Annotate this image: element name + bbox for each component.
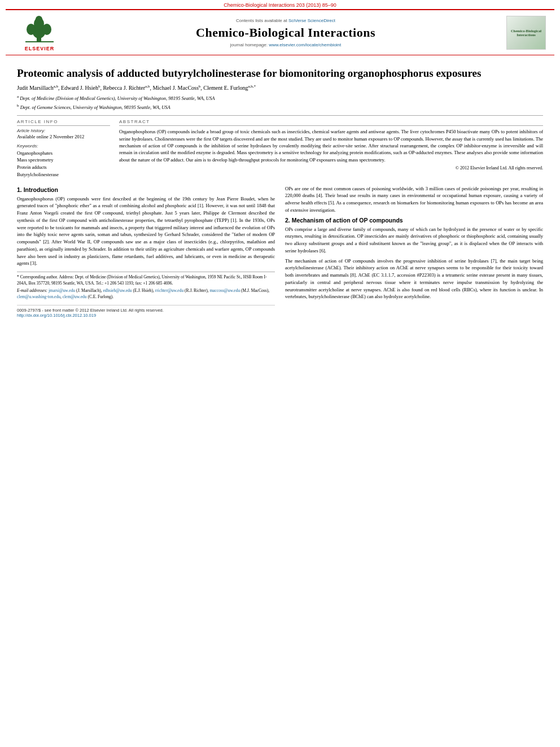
section2-label: Mechanism of action of OP compounds [292, 217, 403, 224]
elsevier-label-text: ELSEVIER [25, 46, 55, 51]
section2-number: 2. [285, 217, 290, 224]
bottom-footer: 0009-2797/$ - see front matter © 2012 El… [17, 305, 275, 318]
article-info-abstract: ARTICLE INFO Article history: Available … [17, 119, 543, 178]
keyword-4: Butyrylcholinesterase [17, 171, 110, 178]
journal-cover-thumbnail: Chemico-Biological Interactions [506, 16, 546, 50]
journal-title: Chemico-Biological Interactions [73, 25, 498, 40]
affiliation-a: a Dept. of Medicine (Division of Medical… [17, 94, 543, 102]
abstract-header: ABSTRACT [119, 119, 543, 126]
body-left-column: 1. Introduction Organophosphorus (OP) co… [17, 185, 275, 318]
section1-title: 1. Introduction [17, 186, 275, 193]
elsevier-tree-icon [20, 14, 59, 45]
journal-center-header: Contents lists available at SciVerse Sci… [68, 18, 504, 47]
abstract-text: Organophosphorus (OP) compounds include … [119, 128, 543, 163]
authors-line: Judit Marsillacha,b, Edward J. Hsiehb, R… [17, 84, 543, 92]
history-label: Article history: [17, 128, 110, 133]
keyword-1: Organophosphates [17, 150, 110, 157]
author-judit: Judit Marsillach [17, 85, 54, 91]
elsevier-logo-area: ELSEVIER [11, 14, 68, 51]
footnotes-section: * Corresponding author. Address: Dept. o… [17, 272, 275, 300]
journal-banner: Chemico-Biological Interactions 203 (201… [0, 0, 560, 9]
section2-paragraph2: The mechanism of action of OP compounds … [285, 257, 543, 301]
sciverse-line: Contents lists available at SciVerse Sci… [73, 18, 498, 23]
affiliation-b: b Dept. of Genome Sciences, University o… [17, 103, 543, 111]
footnote-corresponding: * Corresponding author. Address: Dept. o… [17, 274, 275, 287]
keyword-2: Mass spectrometry [17, 156, 110, 164]
footer-doi[interactable]: http://dx.doi.org/10.1016/j.cbi.2012.10.… [17, 313, 275, 318]
journal-cover-area: Chemico-Biological Interactions [504, 16, 549, 50]
email-maccoss[interactable]: maccoss@uw.edu [209, 288, 240, 293]
page: Chemico-Biological Interactions 203 (201… [0, 0, 560, 747]
email-clem1[interactable]: clem@u.washing-ton.edu [17, 294, 60, 299]
header-divider [17, 115, 543, 116]
section2-paragraph1: OPs comprise a large and diverse family … [285, 226, 543, 255]
section1-right-paragraph: OPs are one of the most common causes of… [285, 185, 543, 214]
section1-label: Introduction [24, 186, 58, 193]
footer-issn: 0009-2797/$ - see front matter © 2012 El… [17, 308, 275, 313]
sciverse-link[interactable]: SciVerse ScienceDirect [288, 18, 335, 23]
journal-homepage: journal homepage: www.elsevier.com/locat… [73, 42, 498, 47]
keywords-label: Keywords: [17, 143, 110, 148]
cover-label: Chemico-Biological Interactions [509, 29, 544, 37]
abstract-column: ABSTRACT Organophosphorus (OP) compounds… [119, 119, 543, 178]
section1-number: 1. [17, 186, 22, 193]
svg-point-5 [36, 16, 42, 23]
email-edhsieh[interactable]: edhsieh@uw.edu [103, 288, 132, 293]
footnote-emails: E-mail addresses: jmarsi@uw.edu (J. Mars… [17, 288, 275, 300]
email-jmarsi[interactable]: jmarsi@uw.edu [49, 288, 75, 293]
article-title: Proteomic analysis of adducted butyrylch… [17, 67, 543, 81]
body-columns: 1. Introduction Organophosphorus (OP) co… [17, 185, 543, 318]
email-clem2[interactable]: clem@uw.edu [63, 294, 87, 299]
article-info-header: ARTICLE INFO [17, 119, 110, 126]
section1-paragraph1: Organophosphorus (OP) compounds were fir… [17, 195, 275, 268]
journal-header: ELSEVIER Contents lists available at Sci… [6, 9, 554, 55]
history-value: Available online 2 November 2012 [17, 134, 110, 140]
affiliations: a Dept. of Medicine (Division of Medical… [17, 94, 543, 111]
email-rrichter[interactable]: rrichter@uw.edu [155, 288, 183, 293]
body-right-column: OPs are one of the most common causes of… [285, 185, 543, 318]
elsevier-logo: ELSEVIER [11, 14, 68, 51]
section2-title: 2. Mechanism of action of OP compounds [285, 217, 543, 224]
article-info-column: ARTICLE INFO Article history: Available … [17, 119, 110, 178]
banner-text: Chemico-Biological Interactions 203 (201… [224, 2, 336, 8]
homepage-link[interactable]: www.elsevier.com/locate/chembioint [269, 42, 341, 47]
copyright: © 2012 Elsevier Ireland Ltd. All rights … [119, 165, 543, 171]
keyword-3: Protein adducts [17, 164, 110, 171]
main-content: Proteomic analysis of adducted butyrylch… [0, 55, 560, 324]
